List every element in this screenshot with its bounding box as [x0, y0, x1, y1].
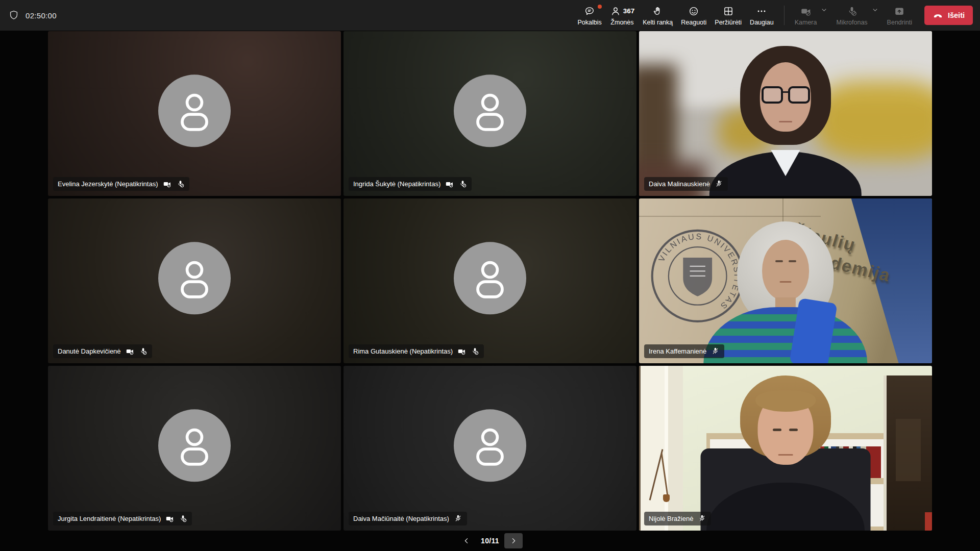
view-label: Peržiūrėti: [715, 19, 742, 26]
react-label: Reaguoti: [681, 19, 706, 26]
mic-off-icon: [715, 180, 723, 188]
mic-off-icon: [458, 180, 467, 188]
participant-tile-ingrida[interactable]: Ingrida Šukytė (Nepatikrintas): [344, 31, 636, 196]
camera-off-icon: [445, 180, 454, 188]
participant-name: Irena Kaffemanienė: [649, 347, 706, 355]
raise-hand-icon: [652, 6, 664, 17]
participant-name-label: Jurgita Lendraitienė (Nepatikrintas): [53, 512, 192, 525]
share-label: Bendrinti: [887, 19, 912, 26]
mic-off-icon: [846, 6, 857, 17]
participant-count: 367: [623, 7, 635, 15]
avatar-placeholder: [158, 242, 231, 314]
camera-off-icon: [457, 347, 466, 356]
avatar-placeholder: [158, 74, 231, 147]
participant-name-label: Daiva Mačiūnaitė (Nepatikrintas): [349, 512, 467, 525]
avatar-placeholder: [454, 409, 526, 482]
participant-tile-rima[interactable]: Rima Gutauskienė (Nepatikrintas): [344, 198, 636, 363]
camera-label: Kamera: [795, 19, 817, 26]
mic-off-icon: [698, 514, 706, 523]
camera-off-icon: [165, 514, 174, 523]
meeting-window: 02:50:00 Pokalbis 367 Žmonės Kelti ranką: [0, 0, 980, 551]
person-placeholder-icon: [170, 421, 219, 470]
toolbar-chat-button[interactable]: Pokalbis: [573, 0, 605, 31]
mic-off-icon: [179, 514, 187, 523]
participant-name: Jurgita Lendraitienė (Nepatikrintas): [58, 515, 161, 522]
shield-icon: [8, 10, 19, 21]
next-page-button[interactable]: [504, 533, 523, 548]
participant-tile-danute[interactable]: Danutė Dapkevičienė: [48, 198, 341, 363]
participant-tile-daiva-malinauskiene[interactable]: Daiva Malinauskienė: [639, 31, 932, 196]
participant-name-label: Ingrida Šukytė (Nepatikrintas): [349, 177, 472, 191]
react-icon: [688, 6, 699, 17]
participant-name: Daiva Malinauskienė: [649, 180, 710, 188]
people-label: Žmonės: [610, 19, 633, 26]
leave-label: Išeiti: [948, 11, 965, 19]
toolbar-raise-hand-button[interactable]: Kelti ranką: [639, 0, 677, 31]
participant-tile-irena[interactable]: VILNIAUS UNIVERSITETAS Šiaulių akademija…: [639, 198, 932, 363]
mic-off-icon: [471, 347, 479, 356]
camera-off-icon: [126, 347, 134, 356]
participant-tile-jurgita[interactable]: Jurgita Lendraitienė (Nepatikrintas): [48, 366, 341, 531]
person-placeholder-icon: [465, 421, 514, 470]
mic-label: Mikrofonas: [836, 19, 867, 26]
participant-tile-nijole[interactable]: Nijolė Bražienė: [639, 366, 932, 531]
video-grid: Evelina Jezerskytė (Nepatikrintas) Ingri…: [48, 31, 932, 531]
people-icon: [610, 6, 621, 17]
raise-hand-label: Kelti ranką: [643, 19, 673, 26]
participant-name: Daiva Mačiūnaitė (Nepatikrintas): [353, 515, 449, 522]
meeting-toolbar: Pokalbis 367 Žmonės Kelti ranką Reaguoti…: [573, 0, 973, 31]
view-icon: [723, 6, 734, 17]
previous-page-button[interactable]: [457, 533, 476, 548]
toolbar-camera-button[interactable]: Kamera: [791, 0, 821, 31]
person-placeholder-icon: [170, 254, 219, 303]
person-placeholder-icon: [170, 86, 219, 135]
share-icon: [894, 6, 905, 17]
toolbar-react-button[interactable]: Reaguoti: [677, 0, 710, 31]
participant-name: Evelina Jezerskytė (Nepatikrintas): [58, 180, 158, 188]
university-seal: VILNIAUS UNIVERSITETAS: [649, 227, 746, 325]
toolbar-view-button[interactable]: Peržiūrėti: [710, 0, 746, 31]
participant-name-label: Evelina Jezerskytė (Nepatikrintas): [53, 177, 189, 191]
avatar-placeholder: [454, 74, 526, 147]
meeting-timer: 02:50:00: [26, 11, 57, 20]
video-background: [639, 366, 683, 531]
participant-name: Nijolė Bražienė: [649, 515, 693, 522]
participant-tile-daiva-maciunaite[interactable]: Daiva Mačiūnaitė (Nepatikrintas): [344, 366, 636, 531]
page-indicator: 10/11: [481, 537, 499, 545]
avatar-placeholder: [454, 242, 526, 314]
chevron-left-icon: [462, 537, 471, 545]
meeting-stage: Evelina Jezerskytė (Nepatikrintas) Ingri…: [0, 31, 980, 531]
camera-off-icon: [800, 6, 812, 17]
toolbar-mic-button[interactable]: Mikrofonas: [832, 0, 871, 31]
meeting-timer-group: 02:50:00: [8, 10, 57, 21]
toolbar-divider: [784, 6, 785, 25]
person-placeholder-icon: [465, 254, 514, 303]
chevron-right-icon: [509, 537, 518, 545]
mic-off-icon: [139, 347, 148, 356]
hangup-icon: [933, 10, 943, 21]
mic-off-icon: [454, 514, 462, 523]
participant-name: Danutė Dapkevičienė: [58, 347, 121, 355]
toolbar-people-button[interactable]: 367 Žmonės: [606, 0, 639, 31]
person-placeholder-icon: [465, 86, 514, 135]
toolbar-more-button[interactable]: Daugiau: [746, 0, 778, 31]
mic-off-icon: [176, 180, 185, 188]
leave-button[interactable]: Išeiti: [924, 6, 973, 25]
chat-label: Pokalbis: [577, 19, 601, 26]
toolbar-share-button[interactable]: Bendrinti: [883, 0, 916, 31]
participant-tile-evelina[interactable]: Evelina Jezerskytė (Nepatikrintas): [48, 31, 341, 196]
avatar-placeholder: [158, 409, 231, 482]
participant-name-label: Irena Kaffemanienė: [644, 344, 724, 358]
mic-chevron-down-icon[interactable]: [871, 6, 879, 14]
participant-name-label: Danutė Dapkevičienė: [53, 344, 152, 358]
participant-name-label: Daiva Malinauskienė: [644, 177, 728, 191]
participant-name-label: Nijolė Bražienė: [644, 512, 711, 525]
more-label: Daugiau: [750, 19, 774, 26]
chat-notification-dot: [598, 5, 602, 9]
camera-chevron-down-icon[interactable]: [820, 6, 828, 14]
mic-off-icon: [711, 347, 720, 356]
gallery-pager: 10/11: [0, 531, 980, 551]
camera-off-icon: [163, 180, 172, 188]
chat-icon: [584, 6, 595, 17]
participant-name-label: Rima Gutauskienė (Nepatikrintas): [349, 344, 484, 358]
